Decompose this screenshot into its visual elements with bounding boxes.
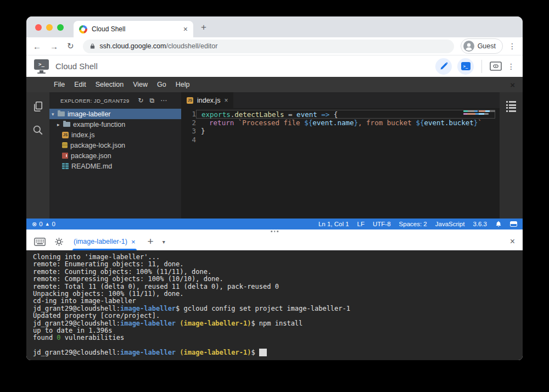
code-line-4: 4 (181, 136, 500, 144)
error-count: 0 (39, 221, 42, 227)
add-terminal-button[interactable]: + (148, 236, 154, 248)
header-more-icon[interactable]: ⋮ (507, 62, 515, 71)
folder-file-icon (63, 122, 70, 127)
minimap[interactable] (463, 110, 495, 116)
menu-help[interactable]: Help (176, 81, 190, 88)
tree-item-package-lock.json[interactable]: package-lock.json (49, 140, 181, 150)
layout-icon[interactable] (510, 221, 517, 227)
web-preview-button[interactable] (490, 61, 502, 71)
cloud-shell-header: >_ Cloud Shell >_ ⋮ (26, 55, 523, 77)
terminal-line: Cloning into 'image-labeller'... (33, 254, 523, 261)
address-bar[interactable]: ssh.cloud.google.com/cloudshell/editor (83, 40, 454, 53)
menu-edit[interactable]: Edit (74, 81, 86, 88)
ide-editor: FileEditSelectionViewGoHelp × EXPLORER: … (26, 77, 523, 229)
editor-tab-close-icon[interactable]: × (224, 97, 228, 104)
back-icon[interactable]: ← (33, 42, 41, 51)
reload-icon[interactable]: ↻ (67, 41, 74, 51)
npm-file-icon (62, 153, 68, 159)
folder-file-icon (58, 111, 65, 116)
tree-collapsed-icon[interactable]: ▸ (57, 122, 63, 127)
status-item[interactable]: UTF-8 (373, 221, 391, 227)
browser-tabstrip: Cloud Shell × + (26, 16, 523, 37)
js-file-icon: JS (62, 132, 69, 138)
terminal-dropdown-icon[interactable]: ▾ (163, 239, 165, 245)
profile-button[interactable]: Guest (461, 38, 503, 54)
code-line-1: 1exports.detectLabels = event => { (181, 110, 500, 119)
cloud-shell-favicon-icon (79, 25, 87, 33)
terminal-icon: >_ (461, 62, 470, 70)
menu-selection[interactable]: Selection (96, 81, 124, 88)
status-item[interactable]: Ln 1, Col 1 (318, 221, 349, 227)
menu-view[interactable]: View (133, 81, 148, 88)
refresh-explorer-icon[interactable]: ↻ (138, 97, 143, 104)
outline-icon[interactable] (506, 101, 516, 219)
bell-icon[interactable] (495, 221, 502, 227)
close-window-button[interactable] (35, 24, 42, 31)
tree-item-image-labeller[interactable]: ▾image-labeller (49, 109, 181, 119)
tree-item-example-function[interactable]: ▸example-function (49, 119, 181, 130)
zoom-window-button[interactable] (57, 24, 64, 31)
code-line-3: 3} (181, 127, 500, 136)
editor-main: JS index.js × 1exports.detectLabels = ev… (181, 92, 500, 219)
forward-icon[interactable]: → (50, 42, 58, 51)
code-text: } (196, 127, 495, 136)
keyboard-icon[interactable] (34, 238, 46, 246)
tree-item-README.md[interactable]: README.md (49, 161, 181, 171)
lock-icon (89, 43, 96, 49)
status-item[interactable]: 3.6.3 (473, 221, 487, 227)
browser-tab[interactable]: Cloud Shell × (74, 21, 193, 37)
editor-close-icon[interactable]: × (510, 80, 515, 89)
problems-indicator[interactable]: ⊗ 0 ▲ 0 (32, 221, 55, 228)
terminal-settings-icon[interactable] (54, 237, 64, 247)
status-item[interactable]: JavaScript (435, 221, 465, 227)
status-bar: ⊗ 0 ▲ 0 Ln 1, Col 1LFUTF-8Spaces: 2JavaS… (26, 219, 523, 229)
code-area[interactable]: 1exports.detectLabels = event => {2 retu… (181, 108, 500, 219)
terminal-line: jd_grant29@cloudshell:image-labeller (im… (33, 349, 523, 356)
status-item[interactable]: Spaces: 2 (399, 221, 427, 227)
minimize-window-button[interactable] (46, 24, 53, 31)
code-text: return `Processed file ${event.name}, fr… (196, 119, 495, 127)
files-explorer-icon[interactable] (32, 101, 43, 112)
terminal-output[interactable]: Cloning into 'image-labeller'...remote: … (26, 250, 523, 360)
open-terminal-button[interactable]: >_ (457, 58, 474, 75)
pencil-icon (440, 62, 448, 70)
tree-expanded-icon[interactable]: ▾ (52, 111, 58, 117)
tab-close-icon[interactable]: × (183, 25, 188, 33)
browser-toolbar: ← → ↻ ssh.cloud.google.com/cloudshell/ed… (26, 37, 523, 55)
window-controls (35, 24, 64, 31)
search-icon[interactable] (32, 124, 44, 136)
status-right-items: Ln 1, Col 1LFUTF-8Spaces: 2JavaScript3.6… (318, 221, 517, 227)
terminal-line: Unpacking objects: 100% (11/11), done. (33, 290, 523, 298)
collapse-folders-icon[interactable]: ⧉ (149, 97, 154, 104)
tree-item-label: image-labeller (68, 110, 111, 118)
tree-item-label: package.json (71, 152, 111, 160)
profile-label: Guest (478, 42, 496, 50)
tree-item-label: index.js (71, 131, 94, 139)
terminal-panel-close-icon[interactable]: × (510, 237, 515, 247)
terminal-tab[interactable]: (image-labeller-1) × (72, 233, 137, 250)
explorer-more-icon[interactable]: ⋯ (160, 97, 167, 104)
terminal-line: remote: Counting objects: 100% (11/11), … (33, 268, 523, 276)
line-number: 1 (181, 110, 196, 119)
tree-item-index.js[interactable]: JSindex.js (49, 130, 181, 140)
file-tree: ▾image-labeller▸example-functionJSindex.… (49, 109, 181, 171)
terminal-line (33, 342, 523, 349)
url-text: ssh.cloud.google.com/cloudshell/editor (100, 42, 218, 50)
edit-pencil-button[interactable] (435, 58, 452, 75)
editor-tab-label: index.js (197, 97, 220, 104)
terminal-tab-close-icon[interactable]: × (131, 238, 136, 246)
status-item[interactable]: LF (357, 221, 365, 227)
url-host: ssh.cloud.google.com (100, 42, 166, 50)
menu-file[interactable]: File (54, 81, 65, 88)
new-tab-button[interactable]: + (201, 22, 206, 33)
warning-count: 0 (52, 221, 55, 227)
line-number: 2 (181, 119, 196, 127)
terminal-line: up to date in 1.396s (33, 327, 523, 334)
drag-handle-icon (271, 231, 278, 232)
browser-menu-icon[interactable]: ⋮ (508, 42, 516, 51)
terminal-line: remote: Compressing objects: 100% (10/10… (33, 276, 523, 283)
line-number: 3 (181, 127, 196, 136)
tree-item-package.json[interactable]: package.json (49, 150, 181, 161)
menu-go[interactable]: Go (157, 81, 166, 88)
editor-tab-indexjs[interactable]: JS index.js × (181, 92, 233, 108)
